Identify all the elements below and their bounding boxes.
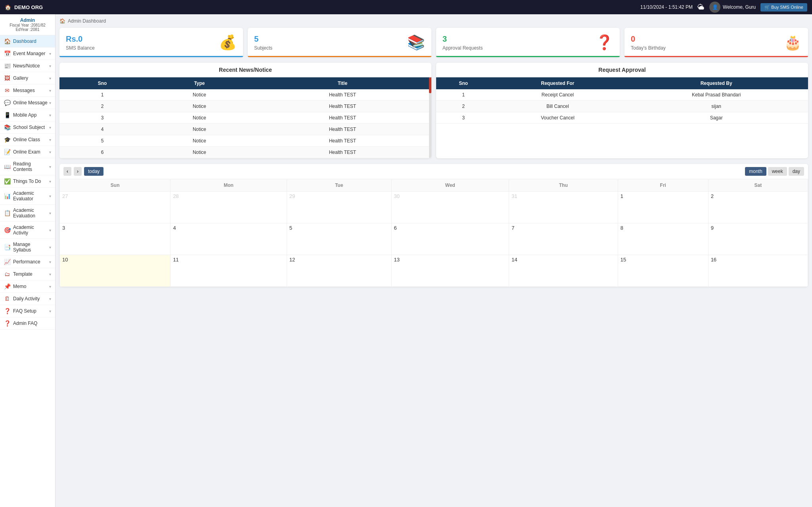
calendar-prev-button[interactable]: ‹ (63, 167, 71, 176)
calendar-day-cell[interactable]: 30 (391, 192, 509, 223)
request-approval-table: SnoRequested ForRequested By 1Receipt Ca… (436, 77, 808, 124)
sidebar-item-memo[interactable]: 📌 Memo ▾ (0, 280, 55, 293)
request-approval-scroll[interactable]: SnoRequested ForRequested By 1Receipt Ca… (436, 77, 808, 124)
calendar-day-cell[interactable]: 5 (287, 223, 391, 255)
sidebar-item-manage-syllabus[interactable]: 📑 Manage Syllabus ▾ (0, 239, 55, 256)
stat-card-info: Rs.0 SMS Balance (66, 35, 95, 51)
table-cell: Notice (145, 124, 254, 135)
sidebar-item-label: Template (13, 271, 33, 277)
calendar-day-view-button[interactable]: day (789, 167, 804, 176)
table-cell: Notice (145, 89, 254, 101)
sidebar-item-performance[interactable]: 📈 Performance ▾ (0, 256, 55, 268)
calendar-today-button[interactable]: today (84, 167, 103, 176)
sidebar-item-reading-contents[interactable]: 📖 Reading Contents ▾ (0, 158, 55, 175)
sidebar-item-online-exam[interactable]: 📝 Online Exam ▾ (0, 146, 55, 158)
sidebar-item-academic-evaluator[interactable]: 📊 Academic Evaluator ▾ (0, 188, 55, 205)
table-cell: 1 (59, 89, 145, 101)
calendar-month-view-button[interactable]: month (745, 167, 766, 176)
recent-news-scroll[interactable]: SnoTypeTitle 1NoticeHealth TEST2NoticeHe… (59, 77, 431, 158)
table-cell: 6 (59, 147, 145, 158)
calendar-day-cell[interactable]: 1 (618, 192, 708, 223)
sidebar-item-label: Messages (13, 88, 35, 93)
calendar-day-cell[interactable]: 10 (60, 255, 170, 287)
calendar-week-view-button[interactable]: week (768, 167, 787, 176)
calendar-next-button[interactable]: › (74, 167, 82, 176)
sidebar-item-left: 📌 Memo (4, 283, 26, 290)
sidebar-icon: 🎯 (4, 227, 10, 233)
sidebar-item-messages[interactable]: ✉ Messages ▾ (0, 84, 55, 97)
sidebar-item-news/notice[interactable]: 📰 News/Notice ▾ (0, 60, 55, 72)
avatar: 👤 (709, 2, 720, 13)
table-cell: Health TEST (254, 135, 431, 147)
calendar-day-header: Sat (708, 179, 808, 192)
day-number: 4 (173, 225, 176, 231)
calendar-day-cell[interactable]: 27 (60, 192, 170, 223)
calendar-controls-left: ‹ › today (63, 167, 103, 176)
sidebar-item-academic-evaluation[interactable]: 📋 Academic Evaluation ▾ (0, 205, 55, 222)
calendar-day-header: Tue (287, 179, 391, 192)
sidebar-item-gallery[interactable]: 🖼 Gallery ▾ (0, 72, 55, 84)
table-cell: Receipt Cancel (491, 89, 625, 101)
day-number: 28 (173, 193, 178, 199)
sidebar-item-dashboard[interactable]: 🏠 Dashboard (0, 35, 55, 48)
calendar-day-cell[interactable]: 2 (708, 192, 808, 223)
calendar-day-cell[interactable]: 16 (708, 255, 808, 287)
calendar-day-cell[interactable]: 31 (509, 192, 618, 223)
calendar-day-cell[interactable]: 12 (287, 255, 391, 287)
chevron-icon: ▾ (49, 101, 51, 105)
stat-card-value: 5 (254, 35, 272, 44)
sidebar-item-mobile-app[interactable]: 📱 Mobile App ▾ (0, 109, 55, 121)
stat-card-bar (436, 56, 620, 57)
recent-news-title: Recent News/Notice (59, 63, 431, 77)
calendar-day-cell[interactable]: 6 (391, 223, 509, 255)
calendar-view-buttons: monthweekday (745, 167, 804, 176)
admin-name: Admin (4, 17, 51, 23)
stat-card-value: 0 (631, 35, 666, 44)
calendar-day-cell[interactable]: 14 (509, 255, 618, 287)
sidebar-item-label: Reading Contents (13, 161, 49, 172)
chevron-icon: ▾ (49, 113, 51, 117)
day-number: 5 (289, 225, 292, 231)
sidebar-item-left: 🗂 Template (4, 271, 33, 277)
calendar-day-cell[interactable]: 9 (708, 223, 808, 255)
sidebar-icon: 📚 (4, 124, 10, 131)
table-row: 3NoticeHealth TEST (59, 112, 431, 124)
sidebar-item-admin-faq[interactable]: ❓ Admin FAQ (0, 317, 55, 330)
calendar-day-cell[interactable]: 13 (391, 255, 509, 287)
sidebar-icon: 🖼 (4, 75, 10, 81)
chevron-icon: ▾ (49, 88, 51, 93)
calendar-day-cell[interactable]: 11 (170, 255, 287, 287)
stat-card-label: Subjects (254, 45, 272, 51)
buy-sms-button[interactable]: 🛒 Buy SMS Online (760, 3, 807, 12)
sidebar-item-online-message[interactable]: 💬 Online Message ▾ (0, 97, 55, 109)
calendar-week-row: 272829303112 (60, 192, 808, 223)
sidebar-items-container: 🏠 Dashboard 📅 Event Manager ▾ 📰 News/Not… (0, 35, 55, 330)
table-cell: 1 (436, 89, 491, 101)
sidebar-item-school-subject[interactable]: 📚 School Subject ▾ (0, 121, 55, 134)
sidebar-item-event-manager[interactable]: 📅 Event Manager ▾ (0, 48, 55, 60)
calendar-day-cell[interactable]: 15 (618, 255, 708, 287)
sidebar-item-academic-activity[interactable]: 🎯 Academic Activity ▾ (0, 222, 55, 239)
sidebar-item-template[interactable]: 🗂 Template ▾ (0, 268, 55, 280)
sidebar-item-faq-setup[interactable]: ❓ FAQ Setup ▾ (0, 305, 55, 317)
calendar-day-cell[interactable]: 7 (509, 223, 618, 255)
calendar-day-cell[interactable]: 4 (170, 223, 287, 255)
calendar-day-cell[interactable]: 29 (287, 192, 391, 223)
stat-card-info: 5 Subjects (254, 35, 272, 51)
calendar-grid: SunMonTueWedThuFriSat 272829303112345678… (59, 179, 808, 287)
sidebar-item-left: ✅ Things To Do (4, 178, 41, 184)
sidebar-item-daily-activity[interactable]: 🗓 Daily Activity ▾ (0, 293, 55, 305)
calendar-day-cell[interactable]: 8 (618, 223, 708, 255)
sidebar-item-things-to-do[interactable]: ✅ Things To Do ▾ (0, 175, 55, 188)
calendar-day-cell[interactable]: 28 (170, 192, 287, 223)
calendar-controls: ‹ › today monthweekday (59, 164, 808, 179)
sidebar-item-online-class[interactable]: 🎓 Online Class ▾ (0, 134, 55, 146)
sidebar-item-label: Admin FAQ (13, 321, 37, 326)
calendar-day-cell[interactable]: 3 (60, 223, 170, 255)
sidebar-item-left: ✉ Messages (4, 87, 35, 94)
table-row: 4NoticeHealth TEST (59, 124, 431, 135)
stat-card-1: 5 Subjects 📚 (248, 28, 431, 57)
recent-news-card: Recent News/Notice SnoTypeTitle 1NoticeH… (59, 63, 431, 158)
sidebar-item-left: 🎯 Academic Activity (4, 225, 49, 236)
stat-card-icon: ❓ (596, 34, 613, 51)
